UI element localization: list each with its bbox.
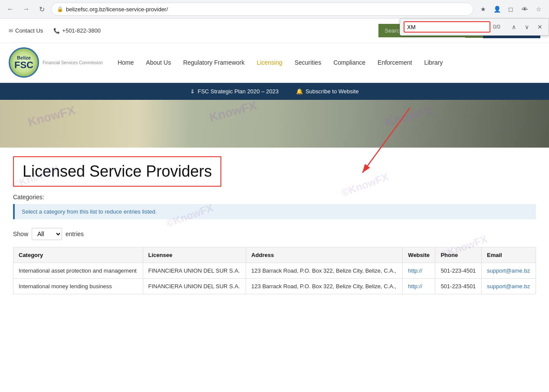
back-icon: ←: [7, 5, 14, 13]
logo-circle: Belize FSC: [9, 47, 39, 78]
col-email: Email: [481, 247, 536, 263]
forward-button[interactable]: →: [20, 3, 32, 15]
entries-label: entries: [66, 231, 84, 237]
find-prev-button[interactable]: ∧: [509, 22, 519, 32]
page-title: Licensed Service Providers: [23, 162, 212, 181]
contact-label: Contact Us: [15, 27, 43, 34]
refresh-icon: ↻: [39, 5, 45, 13]
col-category: Category: [13, 247, 143, 263]
back-button[interactable]: ←: [4, 3, 16, 15]
strategic-plan-link[interactable]: ⇓ FSC Strategic Plan 2020 – 2023: [190, 88, 278, 95]
cell-phone: 501-223-4501: [435, 263, 482, 279]
logo-fsc: FSC: [14, 60, 33, 70]
download-icon: ⇓: [190, 88, 195, 95]
categories-info: Select a category from this list to redu…: [13, 204, 536, 219]
nav-securities[interactable]: Securities: [289, 47, 327, 78]
cell-phone: 501-223-4501: [435, 279, 482, 294]
entries-select[interactable]: All 10 25 50: [32, 228, 62, 240]
website-link[interactable]: http://: [408, 267, 422, 274]
cell-category: International asset protection and manag…: [13, 263, 143, 279]
cell-address: 123 Barrack Road, P.O. Box 322, Belize C…: [246, 279, 403, 294]
phone-number: +501-822-3800: [62, 27, 101, 34]
nav-home[interactable]: Home: [112, 47, 140, 78]
strategic-plan-label: FSC Strategic Plan 2020 – 2023: [197, 88, 278, 95]
nav-library[interactable]: Library: [418, 47, 449, 78]
cell-website: http://: [403, 279, 435, 294]
find-bar: 0/0 ∧ ∨ ✕: [400, 18, 549, 36]
url-input[interactable]: [66, 6, 468, 13]
cell-email: support@ame.bz: [481, 263, 536, 279]
extension-icon[interactable]: ◻: [505, 3, 517, 15]
bookmark-star-icon[interactable]: ☆: [533, 3, 545, 15]
info-bar: ⇓ FSC Strategic Plan 2020 – 2023 🔔 Subsc…: [0, 83, 549, 100]
bell-icon: 🔔: [296, 88, 303, 95]
col-website: Website: [403, 247, 435, 263]
find-close-button[interactable]: ✕: [535, 22, 545, 32]
nav-links: Home About Us Regulatory Framework Licen…: [112, 47, 449, 78]
cell-email: support@ame.bz: [481, 279, 536, 294]
contact-us-item[interactable]: ✉ Contact Us: [9, 27, 43, 34]
col-address: Address: [246, 247, 403, 263]
logo[interactable]: Belize FSC Financial Services Commission: [9, 43, 103, 82]
cell-licensee: FINANCIERA UNION DEL SUR S.A.: [143, 263, 246, 279]
find-next-button[interactable]: ∨: [522, 22, 532, 32]
website-content: ✉ Contact Us 📞 +501-822-3800 🔍 Internati…: [0, 19, 549, 303]
email-link[interactable]: support@ame.bz: [487, 267, 530, 274]
envelope-icon: ✉: [9, 28, 13, 34]
nav-licensing[interactable]: Licensing: [251, 47, 289, 78]
find-count: 0/0: [493, 24, 506, 30]
page-content: ©KnowFX ©KnowFX ©KnowFX ©KnowFX Licensed…: [0, 148, 549, 303]
phone-item[interactable]: 📞 +501-822-3800: [53, 27, 101, 34]
logo-subtitle: Financial Services Commission: [43, 60, 103, 65]
table-row: International money lending business FIN…: [13, 279, 536, 294]
subscribe-label: Subscribe to Website: [306, 88, 359, 95]
forward-icon: →: [23, 5, 30, 13]
address-bar: 🔒: [51, 3, 473, 16]
subscribe-link[interactable]: 🔔 Subscribe to Website: [296, 88, 359, 95]
col-phone: Phone: [435, 247, 482, 263]
hero-banner: KnowFX KnowFX KnowFX: [0, 100, 549, 148]
table-row: International asset protection and manag…: [13, 263, 536, 279]
secure-icon: 🔒: [57, 6, 63, 12]
cell-category: International money lending business: [13, 279, 143, 294]
page-title-box: Licensed Service Providers: [13, 156, 221, 187]
main-nav: Belize FSC Financial Services Commission…: [0, 43, 549, 83]
phone-icon: 📞: [53, 28, 60, 34]
col-licensee: Licensee: [143, 247, 246, 263]
cell-address: 123 Barrack Road, P.O. Box 322, Belize C…: [246, 263, 403, 279]
nav-regulatory[interactable]: Regulatory Framework: [177, 47, 251, 78]
find-input[interactable]: [404, 21, 490, 33]
nav-enforcement[interactable]: Enforcement: [371, 47, 418, 78]
cell-licensee: FINANCIERA UNION DEL SUR S.A.: [143, 279, 246, 294]
data-table: Category Licensee Address Website Phone …: [13, 247, 536, 294]
bookmark-icon[interactable]: ★: [477, 3, 489, 15]
categories-label: Categories:: [13, 194, 536, 201]
nav-compliance[interactable]: Compliance: [327, 47, 371, 78]
profile-icon[interactable]: 👤: [491, 3, 503, 15]
cell-website: http://: [403, 263, 435, 279]
email-link[interactable]: support@ame.bz: [487, 283, 530, 290]
categories-info-text: Select a category from this list to redu…: [22, 208, 157, 215]
table-header-row: Category Licensee Address Website Phone …: [13, 247, 536, 263]
show-label: Show: [13, 231, 28, 237]
incognito-icon[interactable]: 👁: [519, 3, 531, 15]
show-entries: Show All 10 25 50 entries: [13, 228, 536, 240]
refresh-button[interactable]: ↻: [36, 3, 48, 15]
website-link[interactable]: http://: [408, 283, 422, 290]
nav-about[interactable]: About Us: [140, 47, 177, 78]
